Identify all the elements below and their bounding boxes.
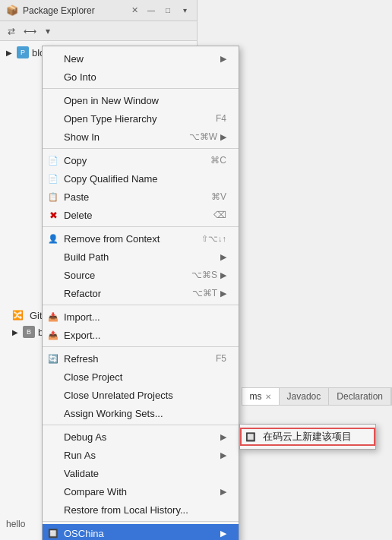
menu-item-refresh-shortcut: F5 [201, 353, 226, 364]
menu-item-close-unrelated-label: Close Unrelated Projects [64, 390, 173, 401]
submenu-item-create[interactable]: 🔲 在码云上新建该项目 [240, 428, 375, 446]
tab-javadoc-label: Javadoc [287, 391, 321, 402]
menu-item-debug-as-arrow: ▶ [205, 432, 226, 442]
menu-item-import-label: Import... [64, 311, 100, 323]
git-icon: 🔀 [12, 310, 24, 321]
menu-item-delete-shortcut: ⌫ [198, 210, 226, 220]
menu-item-run-as[interactable]: Run As ▶ [43, 446, 239, 464]
menu-item-assign-working-label: Assign Working Sets... [64, 408, 163, 419]
menu-item-show-in-shortcut: ⌥⌘W [174, 131, 217, 142]
panel-close-icon[interactable]: ✕ [128, 5, 141, 17]
tab-ms-label: ms [250, 391, 262, 402]
menu-item-run-as-arrow: ▶ [205, 450, 226, 460]
project-icon-bl: B [23, 326, 35, 338]
menu-item-compare-with-label: Compare With [64, 486, 127, 497]
minimize-icon[interactable]: — [145, 5, 157, 17]
project-icon: P [17, 46, 29, 58]
menu-item-export-label: Export... [64, 330, 100, 341]
menu-item-refactor-label: Refactor [64, 288, 101, 299]
panel-header: 📦 Package Explorer ✕ — □ ▾ [0, 0, 197, 21]
menu-item-open-new-window[interactable]: Open in New Window [43, 91, 239, 109]
menu-item-delete-label: Delete [64, 210, 93, 221]
menu-item-close-unrelated[interactable]: Close Unrelated Projects [43, 386, 239, 404]
menu-item-compare-with[interactable]: Compare With ▶ [43, 482, 239, 501]
menu-item-import[interactable]: 📥 Import... [43, 308, 239, 326]
menu-item-source-label: Source [64, 270, 95, 281]
menu-item-copy-qualified[interactable]: 📄 Copy Qualified Name [43, 169, 239, 188]
tab-declaration-label: Declaration [337, 391, 383, 402]
separator-6 [43, 425, 239, 425]
oschina-icon: 🔲 [47, 527, 59, 539]
panel-title: Package Explorer [23, 5, 124, 16]
menu-item-compare-with-arrow: ▶ [205, 487, 226, 497]
export-icon: 📤 [47, 329, 59, 341]
menu-item-build-path-label: Build Path [64, 251, 109, 263]
menu-item-restore-local-label: Restore from Local History... [64, 504, 188, 516]
menu-item-copy-shortcut: ⌘C [195, 155, 226, 166]
menu-item-go-into[interactable]: Go Into [43, 68, 239, 86]
menu-item-run-as-label: Run As [64, 450, 96, 461]
tab-ms-icon: ✕ [265, 393, 271, 401]
menu-item-copy-qualified-label: Copy Qualified Name [64, 173, 158, 185]
delete-icon: ✖ [47, 209, 59, 221]
menu-item-remove-context-shortcut: ⇧⌥↓↑ [186, 234, 226, 244]
panel-toolbar: ⇄ ⟷ ▾ [0, 21, 197, 41]
expand-arrow: ▶ [6, 49, 12, 57]
link-editor-button[interactable]: ⟷ [21, 23, 38, 39]
menu-item-paste-shortcut: ⌘V [196, 191, 226, 202]
view-menu-button[interactable]: ▾ [40, 23, 56, 39]
expand-arrow-bl: ▶ [12, 328, 18, 336]
menu-item-paste-label: Paste [64, 191, 89, 203]
tab-javadoc[interactable]: Javadoc [280, 388, 330, 405]
menu-item-show-in-label: Show In [64, 131, 100, 143]
menu-item-show-in[interactable]: Show In ⌥⌘W ▶ [43, 128, 239, 146]
menu-item-restore-local[interactable]: Restore from Local History... [43, 501, 239, 519]
menu-item-build-path[interactable]: Build Path ▶ [43, 248, 239, 266]
menu-item-new-arrow: ▶ [205, 54, 226, 64]
menu-item-paste[interactable]: 📋 Paste ⌘V [43, 188, 239, 206]
tab-declaration[interactable]: Declaration [329, 388, 391, 405]
separator-3 [43, 226, 239, 227]
menu-item-refactor-arrow: ▶ [217, 289, 226, 298]
separator-2 [43, 148, 239, 149]
submenu-create-icon: 🔲 [245, 431, 257, 443]
menu-item-close-project-label: Close Project [64, 371, 122, 383]
menu-item-validate-label: Validate [64, 468, 99, 479]
menu-item-remove-context[interactable]: 👤 Remove from Context ⇧⌥↓↑ [43, 229, 239, 248]
separator-7 [43, 521, 239, 522]
menu-item-debug-as[interactable]: Debug As ▶ [43, 428, 239, 446]
import-icon: 📥 [47, 311, 59, 323]
menu-item-debug-as-label: Debug As [64, 431, 106, 443]
tab-ms[interactable]: ms ✕ [242, 388, 280, 405]
separator-4 [43, 305, 239, 305]
menu-item-go-into-label: Go Into [64, 71, 96, 83]
menu-item-refresh-label: Refresh [64, 353, 99, 365]
menu-item-build-path-arrow: ▶ [205, 252, 226, 262]
menu-item-delete[interactable]: ✖ Delete ⌫ [43, 206, 239, 224]
menu-item-new[interactable]: New ▶ [43, 49, 239, 68]
separator-1 [43, 88, 239, 89]
menu-item-source-shortcut: ⌥⌘S [176, 270, 217, 280]
menu-item-refresh[interactable]: 🔄 Refresh F5 [43, 349, 239, 368]
copy-qualified-icon: 📄 [47, 172, 59, 185]
menu-item-close-project[interactable]: Close Project [43, 368, 239, 386]
menu-item-oschina[interactable]: 🔲 OSChina ▶ [43, 524, 239, 540]
menu-item-source[interactable]: Source ⌥⌘S ▶ [43, 266, 239, 284]
menu-item-copy[interactable]: 📄 Copy ⌘C [43, 151, 239, 169]
panel-menu-icon[interactable]: ▾ [179, 5, 191, 17]
maximize-icon[interactable]: □ [162, 5, 174, 17]
menu-item-open-type-hierarchy[interactable]: Open Type Hierarchy F4 [43, 109, 239, 128]
collapse-all-button[interactable]: ⇄ [3, 23, 20, 39]
menu-item-oschina-label: OSChina [64, 528, 104, 539]
separator-5 [43, 346, 239, 347]
menu-item-validate[interactable]: Validate [43, 464, 239, 482]
menu-item-new-label: New [64, 53, 84, 65]
menu-item-export[interactable]: 📤 Export... [43, 326, 239, 344]
menu-item-assign-working[interactable]: Assign Working Sets... [43, 404, 239, 422]
paste-icon: 📋 [47, 191, 59, 203]
copy-icon: 📄 [47, 154, 59, 166]
menu-item-open-type-hierarchy-label: Open Type Hierarchy [64, 113, 157, 125]
menu-item-refactor[interactable]: Refactor ⌥⌘T ▶ [43, 284, 239, 302]
menu-item-open-new-window-label: Open in New Window [64, 95, 159, 106]
context-menu: New ▶ Go Into Open in New Window Open Ty… [42, 46, 239, 540]
